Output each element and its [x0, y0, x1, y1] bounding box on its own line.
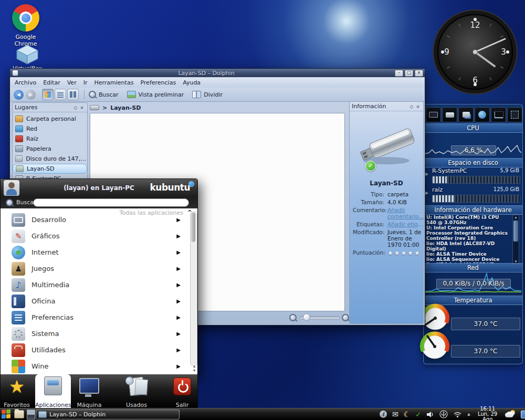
- sysinfo-icon[interactable]: [458, 107, 474, 122]
- weather-icon[interactable]: [505, 411, 516, 418]
- scrollbar-thumb[interactable]: [191, 213, 195, 242]
- add-tag-link[interactable]: Añadir etiqueta: [387, 221, 424, 227]
- place-network[interactable]: Red: [13, 124, 87, 134]
- mail-icon[interactable]: [392, 410, 398, 418]
- place-trash[interactable]: Papelera: [13, 144, 87, 154]
- split-icon: [192, 91, 201, 98]
- place-harddisk[interactable]: Disco duro de 147,8 ...: [13, 154, 87, 164]
- clock-widget[interactable]: 12 3 6 9: [432, 8, 519, 97]
- split-button-label: Dividir: [204, 91, 223, 98]
- menu-item-wine[interactable]: Wine: [1, 358, 188, 374]
- menu-herramientas[interactable]: Herramientas: [94, 79, 133, 86]
- menu-item-oficina[interactable]: Oficina: [1, 293, 188, 309]
- place-home[interactable]: Carpeta personal: [13, 114, 87, 124]
- temperature-gauge-icon: [418, 329, 451, 360]
- submenu-arrow-icon: [176, 217, 181, 223]
- menu-editar[interactable]: Editar: [43, 79, 60, 86]
- clock-date: Lun, 29 Ago: [473, 412, 502, 420]
- scrollbar-thumb[interactable]: [513, 220, 518, 242]
- search-input[interactable]: [33, 198, 189, 207]
- float-panel-icon[interactable]: [408, 104, 415, 109]
- menu-item-sistema[interactable]: Sistema: [1, 326, 188, 342]
- close-panel-icon[interactable]: [79, 105, 85, 110]
- menu-item-multimedia[interactable]: ♪ Multimedia: [1, 277, 188, 293]
- desktop-icon-chrome[interactable]: Google Chrome: [10, 4, 41, 47]
- tab-salir[interactable]: Salir: [167, 376, 197, 396]
- notifications-icon[interactable]: i: [380, 411, 387, 418]
- scroll-up-icon[interactable]: [513, 215, 519, 219]
- hardware-scrollbar[interactable]: [512, 215, 519, 264]
- menu-ayuda[interactable]: Ayuda: [183, 79, 201, 86]
- kickoff-body: Todas las aplicaciones Desarrollo ✎ Gráf…: [1, 208, 197, 375]
- menu-ver[interactable]: Ver: [67, 79, 77, 86]
- menu-preferencias[interactable]: Preferencias: [140, 79, 176, 86]
- menu-archivo[interactable]: Archivo: [15, 79, 36, 86]
- search-button[interactable]: Buscar: [89, 91, 119, 98]
- cpu-icon[interactable]: [507, 107, 522, 122]
- usb-device-icon[interactable]: [439, 410, 448, 418]
- disk-row-arrow-icon[interactable]: ▶: [425, 191, 428, 195]
- task-button-dolphin[interactable]: Layan-SD – Dolphin: [36, 410, 180, 419]
- kickoff-scrollbar[interactable]: [190, 212, 197, 366]
- preview-button-label: Vista preliminar: [139, 91, 184, 98]
- zoom-out-icon[interactable]: [289, 314, 297, 321]
- float-panel-icon[interactable]: [72, 105, 79, 110]
- menu-item-internet[interactable]: Internet: [1, 244, 188, 260]
- scroll-carets[interactable]: [193, 364, 195, 373]
- menu-ir[interactable]: Ir: [83, 79, 88, 86]
- clock-number-9: 9: [444, 47, 449, 57]
- zoom-in-icon[interactable]: [342, 314, 349, 321]
- preview-button[interactable]: Vista preliminar: [127, 91, 184, 98]
- system-icon: [12, 327, 25, 341]
- tray-expand-icon[interactable]: [467, 412, 470, 416]
- tab-usados-recientemente[interactable]: Usados recientemente: [108, 376, 165, 396]
- scroll-down-icon[interactable]: [193, 369, 195, 373]
- network-folder-icon: [15, 125, 23, 132]
- close-button[interactable]: [415, 70, 423, 77]
- icons-view-button[interactable]: [42, 89, 54, 100]
- menu-item-graficos[interactable]: ✎ Gráficos: [1, 228, 188, 244]
- analog-clock-icon: 12 3 6 9: [432, 8, 519, 96]
- breadcrumb[interactable]: > Layan-SD: [90, 102, 141, 113]
- submenu-arrow-icon: [176, 331, 181, 337]
- place-layan-sd[interactable]: Layan-SD: [13, 164, 87, 174]
- launcher-button[interactable]: [2, 409, 10, 418]
- back-button[interactable]: [14, 90, 24, 100]
- menu-item-juegos[interactable]: ♟ Juegos: [1, 260, 188, 277]
- memory-icon[interactable]: [426, 107, 441, 122]
- split-button[interactable]: Dividir: [192, 91, 223, 98]
- klipper-icon[interactable]: [404, 410, 411, 418]
- add-comment-link[interactable]: Añadir comentario...: [387, 207, 424, 219]
- volume-icon[interactable]: [426, 411, 434, 418]
- digital-clock[interactable]: 16:11 Lun, 29 Ago: [473, 406, 502, 420]
- minimize-button[interactable]: [395, 70, 403, 77]
- forward-button[interactable]: [26, 90, 36, 100]
- file-manager-icon[interactable]: [14, 410, 24, 418]
- updates-ok-icon[interactable]: [415, 411, 421, 418]
- menu-item-utilidades[interactable]: Utilidades: [1, 342, 188, 358]
- menu-item-desarrollo[interactable]: Desarrollo: [1, 212, 188, 228]
- tab-maquina[interactable]: Máquina: [72, 376, 107, 394]
- zoom-slider-handle[interactable]: [303, 313, 310, 321]
- maximize-button[interactable]: [405, 70, 413, 77]
- home-folder-icon: [15, 116, 23, 122]
- rating-stars[interactable]: ★★★★★: [387, 249, 424, 257]
- menu-item-preferencias[interactable]: Preferencias: [1, 309, 188, 326]
- user-avatar[interactable]: [4, 180, 19, 196]
- tab-aplicaciones[interactable]: Aplicaciones: [35, 376, 71, 397]
- network-speed-value: 0,0 KiB/s / 0,0 KiB/s: [436, 279, 511, 289]
- close-panel-icon[interactable]: [415, 104, 421, 109]
- show-desktop-button[interactable]: [521, 411, 525, 418]
- disk-row-arrow-icon[interactable]: ▶: [425, 172, 428, 176]
- tab-favoritos[interactable]: Favoritos: [1, 376, 33, 396]
- details-view-button[interactable]: [55, 89, 66, 100]
- place-root[interactable]: Raíz: [13, 134, 87, 144]
- wifi-icon[interactable]: [453, 411, 462, 418]
- breadcrumb-device[interactable]: Layan-SD: [110, 104, 141, 111]
- network-icon[interactable]: [475, 107, 490, 122]
- terminal-icon[interactable]: [491, 107, 506, 122]
- columns-view-button[interactable]: [67, 89, 79, 100]
- desktop-pager[interactable]: [27, 410, 34, 419]
- titlebar[interactable]: Layan-SD – Dolphin: [10, 69, 425, 77]
- disk-icon[interactable]: [442, 107, 457, 122]
